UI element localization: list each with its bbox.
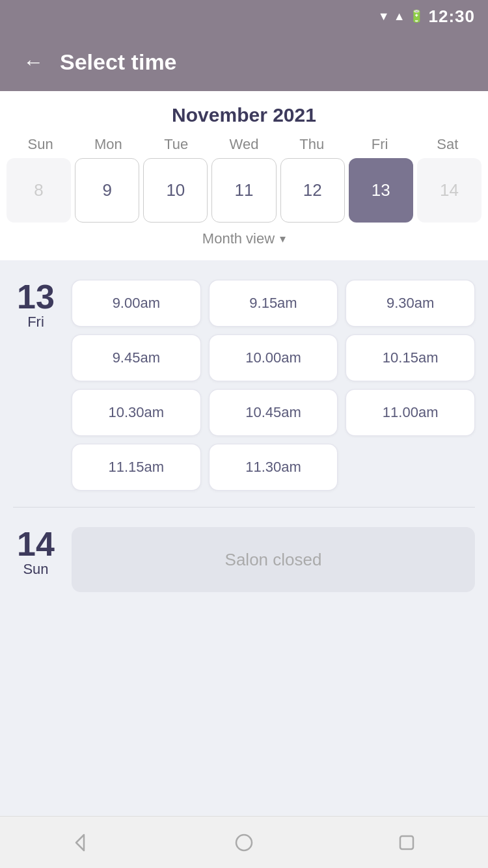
day-14-name: Sun (23, 561, 48, 578)
day-header-fri: Fri (346, 136, 413, 153)
battery-icon: 🔋 (409, 9, 424, 23)
nav-recent-button[interactable] (395, 831, 418, 854)
time-slot-1115am[interactable]: 11.15am (72, 444, 201, 491)
nav-home-icon (232, 831, 256, 854)
status-bar: ▼ ▲ 🔋 12:30 (0, 0, 488, 33)
day-header-wed: Wed (210, 136, 278, 153)
time-slot-915am[interactable]: 9.15am (209, 280, 338, 327)
cal-day-13[interactable]: 13 (349, 158, 413, 223)
time-slots-section: 13 Fri 9.00am 9.15am 9.30am 9.45am 10.00… (0, 260, 488, 816)
status-icons: ▼ ▲ 🔋 (378, 9, 424, 23)
back-button[interactable]: ← (20, 47, 47, 77)
nav-recent-icon (395, 831, 418, 854)
time-slot-1045am[interactable]: 10.45am (209, 389, 338, 436)
bottom-nav (0, 816, 488, 868)
month-view-toggle[interactable]: Month view ▾ (0, 223, 488, 251)
day-header-tue: Tue (142, 136, 210, 153)
day-header-mon: Mon (74, 136, 142, 153)
day-13-name: Fri (27, 314, 44, 331)
cal-day-11[interactable]: 11 (211, 158, 276, 223)
month-view-label: Month view (202, 230, 275, 247)
cal-day-8[interactable]: 8 (7, 158, 71, 223)
page-title: Select time (60, 49, 177, 75)
nav-home-button[interactable] (232, 831, 256, 854)
day-headers-row: Sun Mon Tue Wed Thu Fri Sat (0, 136, 488, 153)
chevron-down-icon: ▾ (280, 232, 286, 246)
day-13-number: 13 (17, 280, 55, 314)
cal-day-9[interactable]: 9 (75, 158, 139, 223)
month-year-label: November 2021 (0, 104, 488, 126)
cal-day-14[interactable]: 14 (417, 158, 481, 223)
svg-point-1 (236, 835, 252, 850)
day-14-block: 14 Sun Salon closed (0, 508, 488, 605)
signal-icon: ▲ (394, 10, 405, 23)
calendar-week-row: 8 9 10 11 12 13 14 (0, 158, 488, 223)
time-slot-1100am[interactable]: 11.00am (346, 389, 475, 436)
svg-marker-0 (76, 835, 84, 850)
day-header-thu: Thu (278, 136, 346, 153)
status-time: 12:30 (429, 7, 476, 27)
nav-back-button[interactable] (70, 831, 93, 854)
time-slot-945am[interactable]: 9.45am (72, 334, 201, 381)
app-header: ← Select time (0, 33, 488, 91)
time-slot-930am[interactable]: 9.30am (346, 280, 475, 327)
time-slot-1000am[interactable]: 10.00am (209, 334, 338, 381)
day-14-label: 14 Sun (13, 527, 59, 592)
time-slot-1030am[interactable]: 10.30am (72, 389, 201, 436)
calendar-section: November 2021 Sun Mon Tue Wed Thu Fri Sa… (0, 91, 488, 260)
nav-back-icon (70, 831, 93, 854)
wifi-icon: ▼ (378, 10, 390, 23)
time-slot-900am[interactable]: 9.00am (72, 280, 201, 327)
cal-day-10[interactable]: 10 (143, 158, 208, 223)
day-13-label: 13 Fri (13, 280, 59, 491)
cal-day-12[interactable]: 12 (280, 158, 345, 223)
day-13-time-grid: 9.00am 9.15am 9.30am 9.45am 10.00am 10.1… (72, 280, 475, 491)
time-slot-1015am[interactable]: 10.15am (346, 334, 475, 381)
day-14-number: 14 (17, 527, 55, 561)
day-13-block: 13 Fri 9.00am 9.15am 9.30am 9.45am 10.00… (0, 260, 488, 504)
svg-rect-2 (400, 836, 413, 849)
time-slot-1130am[interactable]: 11.30am (209, 444, 338, 491)
day-header-sun: Sun (7, 136, 74, 153)
day-header-sat: Sat (414, 136, 481, 153)
salon-closed-banner: Salon closed (72, 527, 475, 592)
